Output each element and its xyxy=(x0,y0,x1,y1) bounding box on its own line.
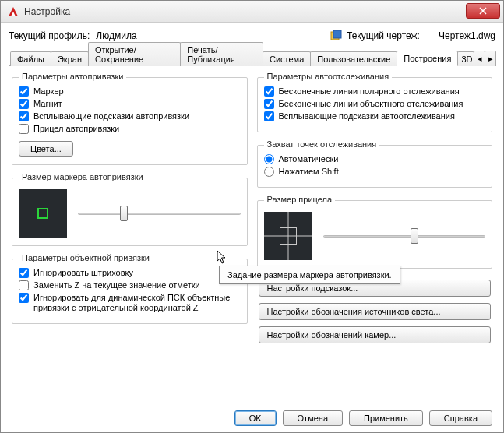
profile-label: Текущий профиль: xyxy=(9,30,90,41)
group-title: Захват точек отслеживания xyxy=(264,139,380,149)
ok-button[interactable]: OK xyxy=(234,410,277,426)
help-button[interactable]: Справка xyxy=(429,410,492,426)
group-title: Параметры автопривязки xyxy=(19,72,126,81)
chk-autosnap-tooltips[interactable] xyxy=(19,111,29,121)
titlebar: Настройка xyxy=(1,1,503,23)
chk-autotrack-tooltips[interactable] xyxy=(264,111,274,121)
group-title: Параметры автоотслеживания xyxy=(264,72,393,81)
light-glyph-settings-button[interactable]: Настройки обозначения источников света..… xyxy=(259,303,492,320)
marker-size-slider[interactable] xyxy=(78,205,241,222)
tab-drafting[interactable]: Построения xyxy=(397,51,458,66)
tab-display[interactable]: Экран xyxy=(51,51,89,66)
profile-value: Людмила xyxy=(96,30,136,41)
group-title: Размер прицела xyxy=(264,195,336,204)
chk-object-tracking[interactable] xyxy=(264,99,274,109)
group-marker-size: Размер маркера автопривязки xyxy=(12,178,248,246)
tab-scroll-left[interactable]: ◂ xyxy=(474,51,485,66)
drawing-icon xyxy=(330,30,342,42)
camera-glyph-settings-button[interactable]: Настройки обозначений камер... xyxy=(259,326,492,343)
svg-rect-1 xyxy=(333,30,341,38)
chk-marker[interactable] xyxy=(19,86,29,97)
tab-plot[interactable]: Печать/Публикация xyxy=(180,42,263,66)
drawing-label: Текущий чертеж: xyxy=(347,30,420,41)
group-autotrack: Параметры автоотслеживания Бесконечные л… xyxy=(257,77,493,132)
aperture-preview xyxy=(264,212,312,260)
tooltip-settings-button[interactable]: Настройки подсказок... xyxy=(259,280,492,297)
tab-opensave[interactable]: Открытие/Сохранение xyxy=(88,42,181,66)
chk-magnet[interactable] xyxy=(19,99,29,109)
close-icon xyxy=(479,7,487,15)
group-aperture-size: Размер прицела xyxy=(257,200,493,269)
drawing-value: Чертеж1.dwg xyxy=(439,30,495,41)
group-osnap: Параметры объектной привязки Игнорироват… xyxy=(12,259,248,324)
cancel-button[interactable]: Отмена xyxy=(283,410,343,426)
tab-3d[interactable]: 3D xyxy=(457,51,474,66)
tab-system[interactable]: Система xyxy=(263,51,311,66)
chk-aperture[interactable] xyxy=(19,124,29,134)
tab-strip: Файлы Экран Открытие/Сохранение Печать/П… xyxy=(9,49,495,66)
tab-user[interactable]: Пользовательские xyxy=(310,51,397,66)
chk-ignore-ucs[interactable] xyxy=(19,293,29,303)
apply-button[interactable]: Применить xyxy=(349,410,423,426)
window-title: Настройка xyxy=(24,6,70,17)
app-logo-icon xyxy=(7,5,19,18)
tab-files[interactable]: Файлы xyxy=(10,51,51,66)
aperture-size-slider[interactable] xyxy=(323,227,486,245)
chk-replace-z[interactable] xyxy=(19,280,29,290)
radio-auto[interactable] xyxy=(264,154,274,164)
marker-preview xyxy=(19,189,67,238)
group-acquire: Захват точек отслеживания Автоматически … xyxy=(257,145,493,188)
group-title: Размер маркера автопривязки xyxy=(19,172,146,181)
chk-polar-tracking[interactable] xyxy=(264,86,274,97)
settings-window: Настройка Текущий профиль: Людмила Текущ… xyxy=(0,0,504,433)
group-title: Параметры объектной привязки xyxy=(19,253,153,262)
colors-button[interactable]: Цвета... xyxy=(19,141,73,157)
group-autosnap: Параметры автопривязки Маркер Магнит Всп… xyxy=(12,77,248,165)
close-button[interactable] xyxy=(466,3,500,19)
tab-scroll-right[interactable]: ▸ xyxy=(485,51,496,66)
radio-shift[interactable] xyxy=(264,167,274,177)
dialog-footer: OK Отмена Применить Справка xyxy=(234,410,492,426)
chk-ignore-hatch[interactable] xyxy=(19,268,29,278)
